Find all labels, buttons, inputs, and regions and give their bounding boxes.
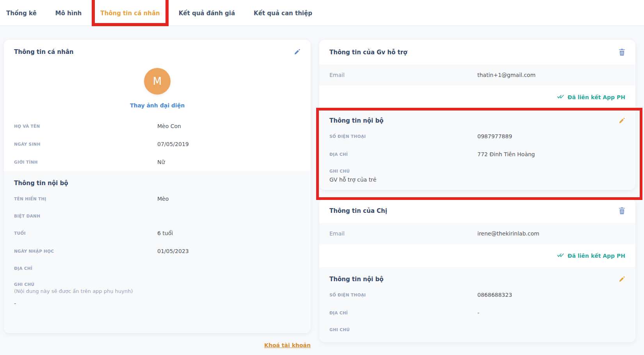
double-check-icon bbox=[557, 252, 564, 259]
tab-bar: Thống kê Mô hình Thông tin cá nhân Kết q… bbox=[0, 0, 644, 26]
guardian-card-chi: Thông tin của Chị Email irene@thekirinla… bbox=[319, 198, 635, 342]
field-row-phone: SỐ ĐIỆN THOẠI 0987977889 bbox=[319, 127, 635, 145]
delete-guardian-button[interactable] bbox=[619, 207, 625, 214]
edit-personal-info-button[interactable] bbox=[294, 48, 301, 55]
note-hint: (Nội dung này sẽ được ẩn trên app phụ hu… bbox=[14, 288, 301, 294]
change-avatar-link[interactable]: Thay ảnh đại diện bbox=[130, 102, 185, 109]
linked-app-row: Đã liên kết App PH bbox=[319, 86, 635, 109]
field-value: 01/05/2023 bbox=[157, 248, 189, 254]
field-value: Nữ bbox=[157, 159, 165, 165]
internal-info-section: Thông tin nội bộ TÊN HIỂN THỊ Mèo BIỆT D… bbox=[4, 171, 311, 333]
linked-app-row: Đã liên kết App PH bbox=[319, 244, 635, 267]
edit-guardian-internal-button[interactable] bbox=[618, 276, 625, 283]
field-row-address: ĐỊA CHỈ - bbox=[319, 304, 635, 322]
field-row-full-name: HỌ VÀ TÊN Mèo Con bbox=[4, 117, 311, 135]
guardian-card-gv-ho-tro: Thông tin của Gv hỗ trợ Email thatin+1@g… bbox=[319, 40, 635, 190]
field-row-address: ĐỊA CHỈ 772 Đinh Tiên Hoàng bbox=[319, 145, 635, 163]
field-value: 6 tuổi bbox=[157, 230, 173, 236]
tab-ket-qua-can-thiep[interactable]: Kết quả can thiệp bbox=[253, 1, 313, 25]
field-label: GHI CHÚ bbox=[329, 327, 625, 332]
field-value: - bbox=[477, 310, 479, 316]
field-value: 0868688323 bbox=[477, 292, 512, 298]
field-row-birthday: NGÀY SINH 07/05/2019 bbox=[4, 135, 311, 153]
field-label: ĐỊA CHỈ bbox=[14, 266, 157, 271]
field-label: GHI CHÚ bbox=[14, 282, 301, 287]
field-row-phone: SỐ ĐIỆN THOẠI 0868688323 bbox=[319, 286, 635, 304]
field-label: GHI CHÚ bbox=[329, 169, 625, 173]
field-label: GIỚI TÍNH bbox=[14, 160, 157, 164]
delete-guardian-button[interactable] bbox=[619, 48, 625, 56]
tab-mo-hinh[interactable]: Mô hình bbox=[55, 1, 83, 25]
field-label: NGÀY SINH bbox=[14, 142, 157, 146]
field-label: TUỔI bbox=[14, 231, 157, 235]
tab-ket-qua-danh-gia[interactable]: Kết quả đánh giá bbox=[178, 1, 236, 25]
trash-icon bbox=[619, 51, 625, 57]
pencil-icon bbox=[294, 51, 301, 57]
field-label: ĐỊA CHỈ bbox=[329, 152, 477, 157]
field-label: SỐ ĐIỆN THOẠI bbox=[329, 293, 477, 297]
internal-info-title: Thông tin nội bộ bbox=[14, 180, 68, 187]
guardian-internal-title: Thông tin nội bộ bbox=[329, 117, 383, 124]
tab-thong-ke[interactable]: Thống kê bbox=[5, 1, 37, 25]
double-check-icon bbox=[557, 93, 564, 101]
field-row-note: GHI CHÚ (Nội dung này sẽ được ẩn trên ap… bbox=[4, 277, 311, 307]
field-row-note: GHI CHÚ GV hỗ trợ của trẻ bbox=[319, 163, 635, 183]
field-row-nickname: BIỆT DANH bbox=[4, 208, 311, 224]
tab-thong-tin-ca-nhan[interactable]: Thông tin cá nhân bbox=[100, 1, 160, 25]
personal-info-card: Thông tin cá nhân M Thay ảnh đại diện HỌ… bbox=[4, 40, 311, 333]
pencil-icon bbox=[618, 278, 625, 284]
linked-app-label: Đã liên kết App PH bbox=[568, 253, 625, 259]
field-label: TÊN HIỂN THỊ bbox=[14, 196, 157, 201]
field-value: 0987977889 bbox=[477, 133, 512, 139]
tab-label: Thông tin cá nhân bbox=[100, 10, 160, 17]
field-label: NGÀY NHẬP HỌC bbox=[14, 249, 157, 253]
trash-icon bbox=[619, 210, 625, 216]
email-row: Email thatin+1@gmail.com bbox=[319, 64, 635, 86]
field-row-address: ĐỊA CHỈ bbox=[4, 260, 311, 277]
lock-account-link[interactable]: Khoá tài khoản bbox=[264, 342, 311, 348]
guardian-internal-title: Thông tin nội bộ bbox=[329, 276, 383, 283]
field-value: - bbox=[14, 300, 301, 307]
email-value: irene@thekirinlab.com bbox=[477, 230, 539, 237]
field-row-note: GHI CHÚ bbox=[319, 322, 635, 332]
field-value: Mèo bbox=[157, 196, 169, 202]
email-label: Email bbox=[329, 230, 477, 237]
linked-app-label: Đã liên kết App PH bbox=[568, 94, 625, 100]
lock-account-row: Khoá tài khoản bbox=[4, 341, 311, 349]
field-row-enrollment-date: NGÀY NHẬP HỌC 01/05/2023 bbox=[4, 242, 311, 260]
field-label: BIỆT DANH bbox=[14, 214, 157, 218]
email-value: thatin+1@gmail.com bbox=[477, 72, 535, 78]
guardian-title: Thông tin của Chị bbox=[329, 207, 387, 214]
edit-guardian-internal-button[interactable] bbox=[618, 117, 625, 124]
field-row-display-name: TÊN HIỂN THỊ Mèo bbox=[4, 190, 311, 208]
field-row-gender: GIỚI TÍNH Nữ bbox=[4, 153, 311, 171]
guardians-column: Thông tin của Gv hỗ trợ Email thatin+1@g… bbox=[319, 40, 635, 342]
field-label: SỐ ĐIỆN THOẠI bbox=[329, 134, 477, 139]
field-row-age: TUỔI 6 tuổi bbox=[4, 224, 311, 242]
field-label: ĐỊA CHỈ bbox=[329, 310, 477, 315]
pencil-icon bbox=[618, 120, 625, 125]
email-row: Email irene@thekirinlab.com bbox=[319, 223, 635, 244]
guardian-internal-section: Thông tin nội bộ SỐ ĐIỆN THOẠI 098797788… bbox=[319, 109, 635, 190]
avatar: M bbox=[144, 68, 171, 95]
field-value: GV hỗ trợ của trẻ bbox=[329, 177, 625, 183]
guardian-internal-section: Thông tin nội bộ SỐ ĐIỆN THOẠI 086868832… bbox=[319, 267, 635, 342]
personal-info-title: Thông tin cá nhân bbox=[14, 48, 73, 55]
field-value: Mèo Con bbox=[157, 123, 181, 129]
field-value: 07/05/2019 bbox=[157, 141, 189, 147]
field-label: HỌ VÀ TÊN bbox=[14, 124, 157, 128]
guardian-title: Thông tin của Gv hỗ trợ bbox=[329, 49, 407, 56]
email-label: Email bbox=[329, 72, 477, 78]
field-value: 772 Đinh Tiên Hoàng bbox=[477, 151, 535, 157]
